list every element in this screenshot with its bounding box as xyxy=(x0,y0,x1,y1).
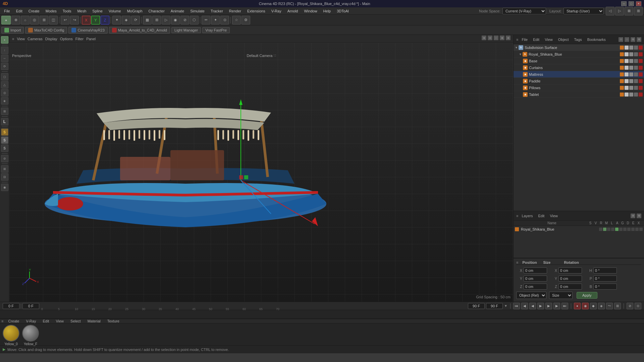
pltag5[interactable] xyxy=(639,86,643,90)
layout-btn1[interactable]: ◁ xyxy=(606,7,614,15)
ctag1[interactable] xyxy=(620,66,624,70)
left-tool-brush[interactable]: ⊘ xyxy=(1,155,8,162)
ptag1[interactable] xyxy=(620,79,624,83)
obj-menu-file[interactable]: File xyxy=(520,38,530,42)
tool-edit[interactable]: ✏ xyxy=(202,16,210,24)
left-tool-grid[interactable]: ⊞ xyxy=(1,165,8,173)
vp-icon-1[interactable]: ⊞ xyxy=(482,36,486,40)
tool-sculpt[interactable]: ⊙ xyxy=(220,16,229,24)
menu-character[interactable]: Character xyxy=(146,8,167,14)
rp-input[interactable] xyxy=(593,276,617,282)
tag3[interactable] xyxy=(629,46,633,50)
layout-select[interactable]: Startup (User) xyxy=(564,8,604,14)
rh-input[interactable] xyxy=(593,267,617,274)
current-frame-input[interactable] xyxy=(3,303,19,309)
tool-redo[interactable]: ↪ xyxy=(70,16,79,24)
left-tool-layer[interactable]: ⊟ xyxy=(1,173,8,181)
menu-vray[interactable]: V-Ray xyxy=(269,8,284,14)
layers-menu-view[interactable]: View xyxy=(548,214,560,218)
left-tool-mode[interactable]: ● xyxy=(1,36,8,44)
ttag1[interactable] xyxy=(620,93,624,97)
li2[interactable] xyxy=(603,228,606,231)
left-tool-1[interactable]: ↑ xyxy=(1,47,8,54)
obj-row-mattress[interactable]: ▣ Mattress xyxy=(514,71,644,78)
left-tool-S1[interactable]: S xyxy=(1,128,8,136)
ctag4[interactable] xyxy=(634,66,638,70)
rb-input[interactable] xyxy=(593,284,617,290)
material-thumb-yellow0[interactable] xyxy=(3,325,19,342)
tool-select-edge[interactable]: ◎ xyxy=(30,16,39,24)
obj-row-pillows[interactable]: ▣ Pillows xyxy=(514,84,644,91)
record-button[interactable]: ● xyxy=(574,303,581,309)
anim-mode2-button[interactable]: ⊙ xyxy=(635,303,641,309)
motion-button[interactable]: 〜 xyxy=(606,303,613,309)
close-button[interactable]: ✕ xyxy=(636,1,641,6)
mtag1[interactable] xyxy=(620,72,624,76)
vp-menu-display[interactable]: Display xyxy=(45,37,57,41)
ptag5[interactable] xyxy=(639,79,643,83)
btag3[interactable] xyxy=(629,59,633,63)
pltag3[interactable] xyxy=(629,86,633,90)
obj-menu-edit[interactable]: Edit xyxy=(531,38,541,42)
tool-move[interactable]: ✦ xyxy=(112,16,121,24)
left-tool-S3[interactable]: S xyxy=(1,144,8,152)
mat-menu-vray[interactable]: V-Ray xyxy=(24,319,38,323)
layout-btn4[interactable]: ⊞ xyxy=(634,7,643,15)
menu-mesh[interactable]: Mesh xyxy=(74,8,89,14)
apply-button[interactable]: Apply xyxy=(577,292,597,299)
tool-rotate[interactable]: ⟳ xyxy=(131,16,140,24)
layer-row-royal[interactable]: Royal_Shikara_Blue xyxy=(514,226,644,233)
minimize-button[interactable]: ─ xyxy=(621,1,627,6)
tag5[interactable] xyxy=(639,46,643,50)
vp-menu-panel[interactable]: Panel xyxy=(86,37,96,41)
scene-area[interactable]: Perspective Default Camera ∷ xyxy=(9,43,513,302)
keyframe-all-button[interactable]: ◈ xyxy=(598,303,605,309)
tool-select-poly[interactable]: ○ xyxy=(21,16,30,24)
tool-scale[interactable]: ◈ xyxy=(122,16,130,24)
layers-menu-layers[interactable]: Layers xyxy=(520,214,535,218)
rtag4[interactable] xyxy=(634,52,638,56)
material-item-0[interactable]: Yellow_0 xyxy=(3,325,19,346)
pltag4[interactable] xyxy=(634,86,638,90)
mtag5[interactable] xyxy=(639,72,643,76)
obj-row-royal[interactable]: ▼ N Royal_Shikara_Blue xyxy=(514,51,644,58)
obj-menu-object[interactable]: Object xyxy=(556,38,571,42)
obj-menu-view[interactable]: View xyxy=(543,38,555,42)
menu-extensions[interactable]: Extensions xyxy=(245,8,268,14)
sz-input[interactable] xyxy=(558,284,582,290)
menu-spline[interactable]: Spline xyxy=(90,8,105,14)
mat-menu-select[interactable]: Select xyxy=(68,319,83,323)
left-tool-5[interactable]: △ xyxy=(1,81,8,88)
ttag5[interactable] xyxy=(639,93,643,97)
obj-row-base[interactable]: ▣ Base xyxy=(514,58,644,64)
li4[interactable] xyxy=(611,228,614,231)
prev-frame-button[interactable]: ◀ xyxy=(521,303,528,309)
mat-menu-view[interactable]: View xyxy=(54,319,66,323)
render-end-input[interactable] xyxy=(486,303,503,309)
tool-undo[interactable]: ↩ xyxy=(61,16,69,24)
rtag2[interactable] xyxy=(625,52,629,56)
btn-cinema-vray[interactable]: CinemaVrayR23 xyxy=(68,27,107,34)
li5[interactable] xyxy=(615,228,619,231)
layout-btn3[interactable]: ⊠ xyxy=(625,7,633,15)
node-space-select[interactable]: Current (V-Ray) xyxy=(502,8,546,14)
obj-mgr-icon2[interactable]: ☆ xyxy=(625,37,629,42)
menu-help[interactable]: Help xyxy=(321,8,334,14)
li7[interactable] xyxy=(623,228,627,231)
coord-type-select[interactable]: Size xyxy=(549,292,573,299)
li3[interactable] xyxy=(607,228,610,231)
li10[interactable] xyxy=(635,228,639,231)
tool-select-model[interactable]: ● xyxy=(1,16,11,24)
left-tool-S2[interactable]: S xyxy=(1,136,8,144)
tool-camera[interactable]: ▦ xyxy=(143,16,152,24)
btn-import[interactable]: Import xyxy=(1,27,24,34)
vp-menu-filter[interactable]: Filter xyxy=(75,37,84,41)
btag4[interactable] xyxy=(634,59,638,63)
obj-row-subdiv[interactable]: ▼ S Subdivision Surface xyxy=(514,44,644,51)
tool-light[interactable]: ☆ xyxy=(232,16,241,24)
obj-mgr-icon4[interactable]: ⊠ xyxy=(637,37,641,42)
left-tool-3[interactable]: ⟳ xyxy=(1,63,8,70)
mat-menu-texture[interactable]: Texture xyxy=(105,319,121,323)
px-input[interactable] xyxy=(524,267,547,274)
rtag5[interactable] xyxy=(639,52,643,56)
